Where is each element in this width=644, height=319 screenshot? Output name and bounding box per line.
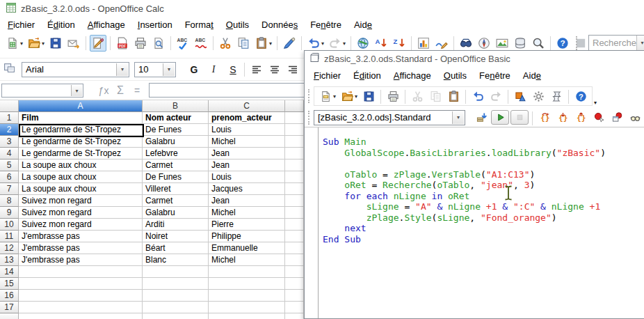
library-dropdown-arrow-icon[interactable]: ▾ bbox=[452, 111, 464, 124]
calc-menu-fenetre[interactable]: Fenêtre bbox=[304, 18, 348, 31]
dropdown-arrow-icon[interactable]: ▾ bbox=[342, 40, 346, 47]
basic-breakpoint-button[interactable] bbox=[590, 109, 607, 126]
calc-menu-aide[interactable]: Aide bbox=[348, 18, 378, 31]
row-header-12[interactable]: 12 bbox=[0, 242, 19, 254]
calc-copy-button[interactable] bbox=[235, 35, 252, 52]
calc-email-button[interactable] bbox=[65, 35, 82, 52]
basic-copy-button[interactable] bbox=[427, 88, 444, 104]
cell[interactable]: Jean bbox=[209, 195, 285, 207]
cell[interactable]: Film bbox=[19, 112, 143, 124]
cell[interactable]: J'embrasse pas bbox=[19, 242, 143, 254]
toolbar-overflow-arrow-icon[interactable]: ▾ bbox=[594, 100, 597, 108]
cell[interactable] bbox=[19, 266, 143, 278]
row-header-6[interactable]: 6 bbox=[0, 171, 19, 183]
function-wizard-icon[interactable]: ƒx bbox=[96, 84, 111, 98]
cell[interactable]: Villeret bbox=[143, 183, 209, 195]
cell[interactable] bbox=[143, 313, 209, 319]
calc-spellcheck-button[interactable]: ABC bbox=[175, 35, 191, 52]
toolbar-grip[interactable] bbox=[308, 89, 311, 103]
column-header-a[interactable]: A bbox=[19, 100, 143, 112]
row-header-14[interactable]: 14 bbox=[0, 266, 19, 278]
calc-align-left-button[interactable] bbox=[248, 61, 265, 78]
dropdown-arrow-icon[interactable]: ▾ bbox=[354, 93, 357, 100]
cell[interactable]: De Funes bbox=[143, 171, 209, 183]
dropdown-arrow-icon[interactable]: ▾ bbox=[268, 40, 272, 47]
basic-redo-button[interactable] bbox=[488, 88, 504, 104]
cell[interactable] bbox=[19, 278, 143, 290]
calc-paste-button[interactable]: ▾ bbox=[253, 35, 273, 52]
calc-gallery-button[interactable] bbox=[494, 35, 510, 52]
calc-menu-format[interactable]: Format bbox=[179, 18, 220, 31]
font-name-dropdown-arrow-icon[interactable]: ▾ bbox=[116, 63, 128, 76]
cell[interactable]: prenom_acteur bbox=[209, 112, 285, 124]
cell[interactable]: Blanc bbox=[143, 254, 209, 266]
cell[interactable] bbox=[285, 136, 304, 148]
cell[interactable]: Le gendarme de St-Tropez bbox=[19, 124, 143, 136]
font-size-dropdown-arrow-icon[interactable]: ▾ bbox=[163, 63, 175, 76]
breakpoint-margin[interactable] bbox=[305, 127, 319, 319]
dropdown-arrow-icon[interactable]: ▾ bbox=[19, 40, 23, 47]
cell[interactable]: Lefebvre bbox=[143, 148, 209, 160]
row-header-5[interactable]: 5 bbox=[0, 160, 19, 171]
search-dropdown-arrow-icon[interactable]: ▾ bbox=[636, 36, 644, 50]
calc-find-replace-button[interactable] bbox=[458, 35, 474, 52]
row-header-17[interactable]: 17 bbox=[0, 302, 19, 313]
cell[interactable] bbox=[209, 278, 285, 290]
cell[interactable] bbox=[285, 112, 304, 124]
row-header-partial[interactable] bbox=[0, 313, 19, 319]
basic-undo-button[interactable] bbox=[469, 88, 486, 104]
basic-manage-breakpoints-button[interactable] bbox=[609, 109, 625, 126]
cell[interactable] bbox=[285, 302, 304, 313]
row-header-1[interactable]: 1 bbox=[0, 112, 19, 124]
calc-undo-button[interactable]: ▾ bbox=[305, 35, 325, 52]
cell[interactable] bbox=[143, 266, 209, 278]
basic-cut-button[interactable] bbox=[409, 88, 426, 104]
cell[interactable] bbox=[285, 231, 304, 242]
row-header-10[interactable]: 10 bbox=[0, 219, 19, 231]
name-box[interactable]: ▾ bbox=[1, 84, 83, 98]
calc-menu-fichier[interactable]: Fichier bbox=[1, 18, 41, 31]
calc-menu-insertion[interactable]: Insertion bbox=[131, 18, 179, 31]
cell[interactable] bbox=[143, 278, 209, 290]
cell[interactable] bbox=[285, 160, 304, 171]
row-header-2[interactable]: 2 bbox=[0, 124, 19, 136]
basic-new-module-button[interactable]: ▾ bbox=[317, 88, 337, 104]
calc-export-pdf-button[interactable]: PDF bbox=[114, 35, 131, 52]
cell[interactable]: Michel bbox=[209, 254, 285, 266]
cell[interactable]: Suivez mon regard bbox=[19, 195, 143, 207]
cell[interactable] bbox=[209, 290, 285, 302]
bold-button[interactable]: G bbox=[186, 61, 202, 78]
calc-edit-mode-button[interactable] bbox=[90, 35, 106, 52]
basic-help-button[interactable]: ? bbox=[572, 88, 589, 104]
cell[interactable] bbox=[143, 290, 209, 302]
basic-menu-affichage[interactable]: Affichage bbox=[387, 69, 437, 82]
basic-print-button[interactable] bbox=[385, 88, 401, 104]
search-input[interactable] bbox=[589, 38, 636, 48]
cell[interactable] bbox=[285, 254, 304, 266]
library-combo[interactable]: [zBasic_3.2.0.ods].Standard ▾ bbox=[314, 110, 465, 125]
calc-sort-ascending-button[interactable]: A bbox=[373, 35, 389, 52]
basic-paste-button[interactable] bbox=[445, 88, 462, 104]
cell[interactable]: Galabru bbox=[143, 207, 209, 219]
cell[interactable]: Arditi bbox=[143, 219, 209, 231]
cell[interactable]: Carmet bbox=[143, 160, 209, 171]
font-size-combo[interactable]: 10 ▾ bbox=[134, 62, 176, 77]
calc-format-paintbrush-button[interactable] bbox=[281, 35, 298, 52]
cell[interactable]: La soupe aux choux bbox=[19, 160, 143, 171]
calc-new-document-button[interactable]: ▾ bbox=[4, 35, 24, 52]
name-box-dropdown-arrow-icon[interactable]: ▾ bbox=[71, 85, 82, 96]
basic-step-over-button[interactable]: {} bbox=[536, 109, 553, 126]
cell[interactable]: Nom acteur bbox=[143, 112, 209, 124]
row-header-16[interactable]: 16 bbox=[0, 290, 19, 302]
calc-menu-outils[interactable]: Outils bbox=[220, 18, 255, 31]
column-header-c[interactable]: C bbox=[209, 100, 285, 112]
basic-stop-button[interactable] bbox=[510, 110, 529, 125]
calc-zoom-button[interactable] bbox=[530, 35, 547, 52]
basic-menu-edition[interactable]: Édition bbox=[347, 69, 387, 82]
calc-hyperlink-button[interactable] bbox=[355, 35, 371, 52]
cell[interactable] bbox=[285, 195, 304, 207]
calc-align-right-button[interactable] bbox=[284, 61, 301, 78]
cell[interactable]: Pierre bbox=[209, 219, 285, 231]
dropdown-arrow-icon[interactable]: ▾ bbox=[332, 93, 336, 100]
cell[interactable] bbox=[285, 219, 304, 231]
